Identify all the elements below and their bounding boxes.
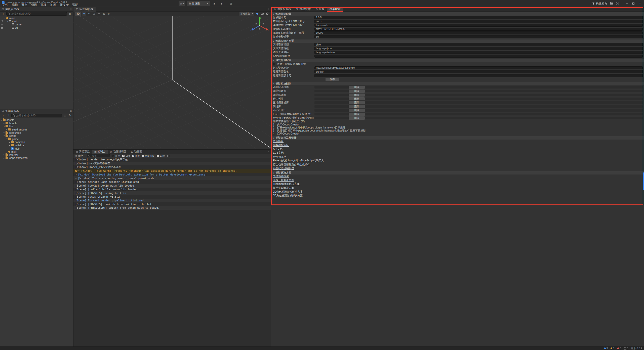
rect-tool-icon[interactable]: ▭	[97, 12, 101, 16]
scene-viewport[interactable]: yxz	[73, 16, 271, 149]
prop-input[interactable]	[314, 28, 643, 31]
menu-item[interactable]: 项目	[29, 3, 39, 7]
refresh-assets-icon[interactable]: ↻	[68, 114, 72, 117]
doc-link[interactable]: ECS文档	[273, 151, 284, 155]
delete-button[interactable]: 删除	[349, 105, 365, 108]
menu-item[interactable]: 开发者	[58, 3, 70, 7]
console-filter-log[interactable]: ✓Log	[122, 154, 130, 157]
render-mode-dropdown[interactable]: 正常渲染 ▾	[239, 12, 254, 16]
scene-select-dropdown[interactable]: 当前场景▾	[187, 1, 210, 6]
section-header[interactable]: ∨框架模块剔除	[271, 82, 644, 85]
inspector-tab[interactable]: ⚒构建发布	[294, 7, 313, 12]
delete-button[interactable]: 删除	[349, 90, 365, 93]
doc-link[interactable]: Tiledmap地图解决方案	[273, 182, 300, 186]
log-row[interactable]: [Scene] [PHYSICS]: switch from builtin t…	[73, 202, 271, 206]
tree-expand-arrow[interactable]: ▾	[6, 20, 9, 22]
prop-input[interactable]	[314, 74, 643, 77]
expand-arrow[interactable]: >	[78, 169, 81, 172]
checkbox[interactable]: ✓	[157, 155, 159, 157]
doc-link[interactable]: 全栈开发解决方案	[273, 179, 294, 182]
checkbox[interactable]: ✓	[142, 155, 144, 157]
log-row[interactable]: [Window] model_view文件夹不存在	[73, 165, 271, 169]
hierarchy-search-input[interactable]	[11, 12, 65, 15]
tree-row[interactable]: ▸initialize	[0, 144, 73, 147]
doc-link[interactable]: 教程项目	[273, 140, 284, 143]
doc-link[interactable]: 2D角色扮演游戏解决方案	[273, 190, 303, 194]
scale-tool-icon[interactable]: ⇲	[92, 12, 96, 16]
close-button[interactable]: ×	[637, 1, 643, 6]
axis-gizmo[interactable]: yxz	[250, 17, 269, 31]
section-header[interactable]: ∨游戏资源配置	[271, 59, 644, 62]
layout-button[interactable]: ⊞	[227, 1, 234, 6]
help-icon[interactable]: ?	[616, 2, 619, 5]
prop-input[interactable]	[314, 35, 643, 38]
checkbox[interactable]	[112, 155, 114, 157]
doc-link[interactable]: 原生包热更新配置自动生成插件	[273, 163, 310, 166]
console-tab[interactable]: ▤资源预览	[73, 150, 92, 154]
section-header[interactable]: ∨框架解决方案	[271, 171, 644, 174]
menu-item[interactable]: 帮助	[70, 3, 80, 7]
prop-input[interactable]	[314, 47, 643, 50]
step-button[interactable]: ▶▏	[219, 1, 226, 6]
tree-row[interactable]: ▾libs	[0, 125, 73, 128]
console-filter-正则[interactable]: 正则	[112, 154, 120, 158]
hierarchy-search[interactable]	[6, 12, 67, 16]
prop-input[interactable]	[314, 24, 643, 27]
delete-button[interactable]: 删除	[349, 86, 365, 89]
build-publish-button[interactable]: 构建发布	[592, 2, 607, 6]
collapse-arrow[interactable]: ∨	[273, 13, 274, 15]
lighting-toggle-icon[interactable]	[255, 12, 259, 16]
play-button[interactable]: ▶	[211, 1, 218, 6]
console-filter-warning[interactable]: ✓Warning	[142, 154, 154, 157]
doc-link[interactable]: 新手引导解决方案	[273, 186, 294, 190]
minimize-button[interactable]: –	[624, 1, 630, 6]
delete-button[interactable]: 删除	[349, 113, 365, 116]
log-row[interactable]: [Scene] Forward render pipeline initiali…	[73, 199, 271, 202]
rotate-tool-icon[interactable]: ↻	[87, 12, 91, 16]
inspector-tab[interactable]: 框架配置	[327, 7, 343, 12]
tree-expand-arrow[interactable]: ▸	[8, 144, 11, 147]
tree-row[interactable]: ▾main	[0, 17, 73, 20]
assets-search-input[interactable]	[16, 114, 60, 117]
expand-arrow[interactable]: >	[75, 173, 78, 176]
prop-input[interactable]	[314, 51, 643, 54]
maximize-button[interactable]	[630, 1, 636, 6]
open-project-folder-icon[interactable]	[610, 3, 613, 5]
console-tab[interactable]: ◉动画编辑器	[108, 150, 129, 154]
tree-row[interactable]: ▸common	[0, 141, 73, 144]
tree-expand-arrow[interactable]: ▸	[3, 132, 6, 134]
log-row[interactable]: [Window] ecs文件夹不存在	[73, 162, 271, 165]
tree-row[interactable]: ▸oops-framework	[0, 156, 73, 160]
console-tab[interactable]: ⊞动画图	[129, 150, 144, 154]
collapse-arrow[interactable]: ∨	[273, 82, 274, 85]
doc-link[interactable]: 动画状态机编辑器	[273, 167, 294, 170]
move-tool-icon[interactable]: ✚	[82, 12, 86, 16]
log-row[interactable]: [Scene] [PHYSICS2D]: switch from box2d-w…	[73, 206, 271, 210]
create-asset-button[interactable]: +	[1, 114, 5, 117]
clear-console-button[interactable]: ⊘ 清空	[75, 154, 83, 158]
console-filter-info[interactable]: ✓Info	[132, 154, 140, 157]
preview-target-button[interactable]: ⊕▾	[179, 1, 185, 6]
inspector-tab[interactable]: ⊕服务	[313, 7, 327, 12]
hierarchy-filter-icon[interactable]: ≡	[68, 12, 72, 16]
delete-button[interactable]: 删除	[349, 97, 365, 101]
doc-link[interactable]: 游戏模板项目	[273, 144, 289, 147]
tree-row[interactable]: ▸seedrandom	[0, 128, 73, 131]
prop-input[interactable]	[314, 31, 643, 34]
expand-arrow[interactable]: >	[75, 177, 78, 180]
checkbox[interactable]: ✓	[122, 155, 125, 157]
log-row[interactable]: >[Window] Download the Vue Devtools exte…	[73, 173, 271, 177]
menu-item[interactable]: 面板	[39, 3, 48, 7]
sort-assets-icon[interactable]: ⇅	[6, 114, 10, 117]
console-search-input[interactable]	[92, 154, 108, 157]
doc-link[interactable]: API文档	[273, 147, 283, 151]
open-log-file-icon[interactable]	[167, 155, 169, 157]
log-row[interactable]: [Scene] Cocos Creator v3.8.2	[73, 195, 271, 199]
tree-expand-arrow[interactable]: ▸	[3, 157, 6, 159]
menu-item[interactable]: 编辑	[10, 3, 20, 7]
collapse-arrow[interactable]: ∨	[273, 172, 274, 174]
tree-row[interactable]: main	[0, 150, 73, 153]
scrollbar-thumb[interactable]	[643, 172, 644, 190]
status-info[interactable]: 3	[604, 347, 608, 350]
collapse-arrow[interactable]: ∨	[273, 40, 274, 42]
